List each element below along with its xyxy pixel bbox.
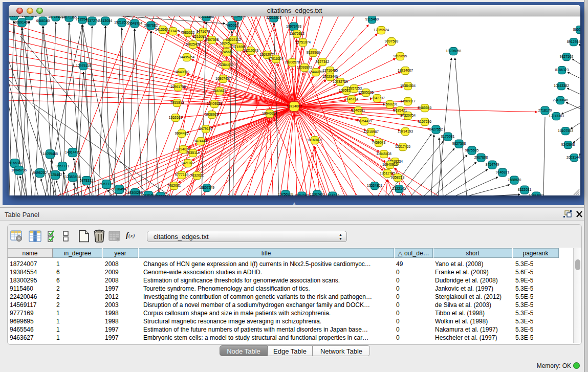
svg-text:17320754: 17320754 bbox=[400, 114, 416, 117]
svg-text:8186323: 8186323 bbox=[555, 68, 569, 72]
svg-text:8454749: 8454749 bbox=[486, 163, 499, 166]
svg-text:19384554: 19384554 bbox=[400, 84, 416, 87]
svg-text:9115460: 9115460 bbox=[365, 17, 379, 21]
svg-text:7632621: 7632621 bbox=[190, 173, 204, 177]
svg-text:11548408: 11548408 bbox=[376, 152, 391, 156]
svg-text:1157236: 1157236 bbox=[418, 120, 431, 123]
svg-text:5938923: 5938923 bbox=[205, 113, 219, 116]
svg-text:10807457: 10807457 bbox=[215, 77, 231, 80]
svg-text:16961758: 16961758 bbox=[170, 85, 186, 89]
svg-text:11207491: 11207491 bbox=[310, 192, 325, 195]
svg-text:1421022: 1421022 bbox=[181, 161, 195, 165]
svg-text:10648784: 10648784 bbox=[127, 21, 142, 25]
svg-text:2935114: 2935114 bbox=[186, 151, 200, 155]
svg-text:19756928: 19756928 bbox=[278, 192, 293, 195]
svg-text:10654112: 10654112 bbox=[226, 38, 241, 41]
svg-text:8715955: 8715955 bbox=[233, 45, 247, 49]
svg-text:11675312: 11675312 bbox=[289, 32, 304, 35]
svg-text:9358218: 9358218 bbox=[391, 176, 405, 179]
svg-text:6479197: 6479197 bbox=[199, 127, 213, 130]
svg-text:8427552: 8427552 bbox=[429, 127, 443, 131]
svg-text:8046581: 8046581 bbox=[352, 108, 365, 112]
svg-text:9904485: 9904485 bbox=[175, 132, 189, 135]
svg-text:9827502: 9827502 bbox=[560, 55, 574, 58]
svg-text:9245652: 9245652 bbox=[220, 50, 234, 54]
svg-text:7625402: 7625402 bbox=[49, 173, 62, 177]
svg-text:8813054: 8813054 bbox=[99, 19, 113, 23]
svg-text:12023446: 12023446 bbox=[322, 75, 338, 78]
svg-text:7459043: 7459043 bbox=[372, 141, 386, 144]
svg-text:9097588: 9097588 bbox=[385, 39, 399, 43]
svg-text:20053396: 20053396 bbox=[199, 16, 214, 18]
svg-text:9463627: 9463627 bbox=[213, 89, 227, 93]
svg-text:9657771: 9657771 bbox=[56, 164, 70, 168]
svg-text:6407508: 6407508 bbox=[205, 38, 219, 41]
svg-text:12975115: 12975115 bbox=[76, 64, 91, 68]
svg-text:14671365: 14671365 bbox=[61, 16, 77, 19]
svg-text:2967608: 2967608 bbox=[474, 156, 488, 159]
svg-text:7955812: 7955812 bbox=[170, 101, 184, 104]
svg-text:7588520: 7588520 bbox=[508, 178, 521, 182]
svg-text:17359924: 17359924 bbox=[374, 28, 389, 32]
svg-text:7485063: 7485063 bbox=[225, 24, 239, 27]
svg-text:20691406: 20691406 bbox=[14, 20, 30, 24]
svg-text:9794024: 9794024 bbox=[177, 147, 190, 151]
svg-text:16940910: 16940910 bbox=[382, 163, 398, 166]
svg-text:10025438: 10025438 bbox=[185, 42, 201, 46]
svg-text:9242848: 9242848 bbox=[561, 143, 575, 146]
svg-text:7462061: 7462061 bbox=[167, 184, 181, 187]
svg-text:10046706: 10046706 bbox=[11, 168, 27, 172]
svg-text:18724007: 18724007 bbox=[398, 69, 413, 72]
svg-text:8660124: 8660124 bbox=[573, 28, 580, 31]
svg-text:2718170: 2718170 bbox=[538, 108, 552, 112]
svg-text:7637274: 7637274 bbox=[85, 19, 99, 23]
svg-text:17957253: 17957253 bbox=[346, 86, 362, 90]
svg-text:9635421: 9635421 bbox=[394, 108, 407, 112]
svg-text:22420046: 22420046 bbox=[553, 98, 568, 102]
svg-text:14099485: 14099485 bbox=[42, 152, 58, 156]
svg-text:12213967: 12213967 bbox=[266, 16, 281, 19]
svg-text:18724007: 18724007 bbox=[287, 104, 302, 108]
svg-text:15327602: 15327602 bbox=[21, 16, 37, 17]
svg-text:14914479: 14914479 bbox=[65, 150, 80, 154]
svg-text:9084067: 9084067 bbox=[295, 194, 309, 195]
svg-text:12353594: 12353594 bbox=[65, 175, 80, 179]
svg-text:12217465: 12217465 bbox=[395, 145, 410, 148]
svg-text:1938454: 1938454 bbox=[113, 187, 126, 191]
svg-text:10688609: 10688609 bbox=[153, 194, 168, 195]
svg-text:26031440: 26031440 bbox=[567, 156, 580, 159]
svg-text:14569117: 14569117 bbox=[400, 99, 416, 103]
svg-text:9227342: 9227342 bbox=[316, 60, 330, 63]
svg-text:13716485: 13716485 bbox=[322, 69, 338, 72]
svg-text:19166847: 19166847 bbox=[9, 161, 23, 165]
svg-text:1362615: 1362615 bbox=[169, 116, 183, 119]
svg-text:11254439: 11254439 bbox=[357, 119, 372, 123]
svg-text:8471676: 8471676 bbox=[197, 30, 210, 33]
svg-text:8322031: 8322031 bbox=[518, 188, 532, 191]
svg-text:9465546: 9465546 bbox=[418, 106, 432, 110]
svg-text:2087682: 2087682 bbox=[144, 24, 158, 27]
svg-text:19654982: 19654982 bbox=[529, 194, 544, 195]
svg-text:1615112: 1615112 bbox=[326, 194, 339, 195]
svg-text:12940237: 12940237 bbox=[262, 112, 277, 115]
svg-text:9699695: 9699695 bbox=[394, 54, 407, 58]
svg-text:17016504: 17016504 bbox=[268, 57, 284, 60]
svg-text:9827508: 9827508 bbox=[452, 142, 466, 145]
svg-text:18807249: 18807249 bbox=[199, 186, 214, 189]
svg-text:9529966: 9529966 bbox=[307, 51, 320, 54]
svg-text:1733426: 1733426 bbox=[166, 29, 180, 33]
svg-text:1145194: 1145194 bbox=[345, 97, 358, 101]
svg-text:16154808: 16154808 bbox=[230, 16, 246, 18]
svg-text:12444159: 12444159 bbox=[308, 70, 323, 74]
svg-text:12093872: 12093872 bbox=[297, 65, 312, 69]
svg-text:9777169: 9777169 bbox=[175, 173, 189, 177]
svg-text:8267130: 8267130 bbox=[100, 182, 114, 186]
svg-text:9498212: 9498212 bbox=[33, 171, 47, 174]
svg-text:10973493: 10973493 bbox=[286, 25, 301, 28]
svg-text:19612795: 19612795 bbox=[380, 171, 395, 175]
svg-text:21364436: 21364436 bbox=[218, 63, 233, 67]
svg-text:12505135: 12505135 bbox=[358, 91, 374, 94]
svg-text:8170081: 8170081 bbox=[441, 135, 455, 138]
svg-text:12215987: 12215987 bbox=[363, 130, 379, 134]
svg-text:19734193: 19734193 bbox=[398, 129, 413, 133]
